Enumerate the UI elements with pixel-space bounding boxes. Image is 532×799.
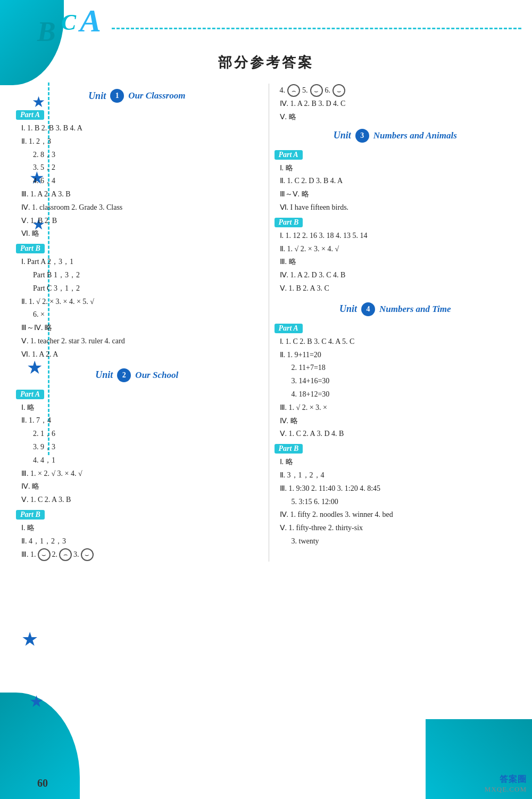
unit4-subtitle: Numbers and Time xyxy=(379,304,451,315)
u4pa-v: Ⅴ. 1. C 2. A 3. D 4. B xyxy=(280,427,517,440)
r-extra-v: Ⅴ. 略 xyxy=(280,111,517,123)
main-content: 部分参考答案 Unit 1 Our Classroom Part A Ⅰ. 1.… xyxy=(0,0,532,594)
u1pa-iii: Ⅲ. 1. A 2. A 3. B xyxy=(21,188,258,201)
page-number: 60 xyxy=(37,777,48,789)
two-column-layout: Unit 1 Our Classroom Part A Ⅰ. 1. B 2. B… xyxy=(16,84,516,562)
unit2-word: Unit xyxy=(95,369,113,381)
u2pb-iii: Ⅲ. 1. ⌣ 2. ⌢ 3. ⌣ xyxy=(21,548,258,561)
unit2-parta-label: Part A xyxy=(16,390,44,399)
u4pa-iv: Ⅳ. 略 xyxy=(280,415,517,427)
u3pa-iii-v: Ⅲ～Ⅴ. 略 xyxy=(280,188,517,201)
u4pa-ii: Ⅱ. 1. 9+11=20 xyxy=(280,349,517,361)
u1pa-ii-2: 2. 8，3 xyxy=(33,149,258,161)
star-icon-6: ★ xyxy=(29,692,44,711)
u1pb-i: Ⅰ. Part A 2，3，1 xyxy=(21,256,258,268)
u4pb-iii-2: 5. 3:15 6. 12:00 xyxy=(292,496,517,508)
r-extra-iv: Ⅳ. 1. A 2. B 3. D 4. C xyxy=(280,97,517,110)
u4pb-iv: Ⅳ. 1. fifty 2. noodles 3. winner 4. bed xyxy=(280,508,517,521)
u2pa-ii: Ⅱ. 1. 7，4 xyxy=(21,414,258,427)
watermark: 答案圈 MXQE.COM xyxy=(485,774,527,794)
unit1-partb-label: Part B xyxy=(16,244,45,253)
u2pa-iii: Ⅲ. 1. × 2. √ 3. × 4. √ xyxy=(21,467,258,480)
u2pa-i: Ⅰ. 略 xyxy=(21,401,258,414)
face-sad-r1: ⌢ xyxy=(287,84,300,97)
unit3-word: Unit xyxy=(334,130,351,141)
u4pb-v-2: 3. twenty xyxy=(292,535,517,548)
u2pb-ii: Ⅱ. 4，1，2，3 xyxy=(21,535,258,548)
unit4-word: Unit xyxy=(339,303,357,315)
right-column: 4. ⌢ 5. ⌣ 6. ⌣ Ⅳ. 1. A 2. B 3. D 4. C Ⅴ.… xyxy=(269,84,517,562)
left-column: Unit 1 Our Classroom Part A Ⅰ. 1. B 2. B… xyxy=(16,84,263,562)
u2pb-iii-label: Ⅲ. 1. xyxy=(21,548,36,561)
u4pb-ii: Ⅱ. 3，1，2，4 xyxy=(280,469,517,482)
u1pb-ii: Ⅱ. 1. √ 2. × 3. × 4. × 5. √ xyxy=(21,295,258,308)
u2pa-ii-4: 4. 4，1 xyxy=(33,454,258,467)
u3pb-v: Ⅴ. 1. B 2. A 3. C xyxy=(280,282,517,295)
u1pb-v: Ⅴ. 1. teacher 2. star 3. ruler 4. card xyxy=(21,335,258,348)
u2pa-ii-2: 2. 1，6 xyxy=(33,427,258,440)
unit3-subtitle: Numbers and Animals xyxy=(373,130,457,141)
unit2-partb-label: Part B xyxy=(16,510,45,520)
u3pb-iii: Ⅲ. 略 xyxy=(280,256,517,268)
u4pb-i: Ⅰ. 略 xyxy=(280,456,517,468)
u3pb-ii: Ⅱ. 1. √ 2. × 3. × 4. √ xyxy=(280,243,517,256)
unit4-num: 4 xyxy=(361,302,375,316)
unit4-title: Unit 4 Numbers and Time xyxy=(275,302,517,316)
u2pa-ii-3: 3. 9，3 xyxy=(33,441,258,454)
r-extra-4: 4. ⌢ 5. ⌣ 6. ⌣ xyxy=(280,84,517,97)
unit2-title: Unit 2 Our School xyxy=(16,368,258,382)
u4pa-ii-4: 4. 18+12=30 xyxy=(292,388,517,401)
u1pa-ii-3: 3. 5，2 xyxy=(33,161,258,174)
unit4-partb-label: Part B xyxy=(275,444,303,454)
face-happy-1: ⌣ xyxy=(38,548,51,561)
u4pa-i: Ⅰ. 1. C 2. B 3. C 4. A 5. C xyxy=(280,335,517,348)
u1pa-iv: Ⅳ. 1. classroom 2. Grade 3. Class xyxy=(21,201,258,214)
u4pa-ii-3: 3. 14+16=30 xyxy=(292,375,517,388)
u3pb-i: Ⅰ. 1. 12 2. 16 3. 18 4. 13 5. 14 xyxy=(280,229,517,242)
watermark-name: 答案圈 xyxy=(485,774,527,785)
u3pa-ii: Ⅱ. 1. C 2. D 3. B 4. A xyxy=(280,175,517,187)
u4pb-iii: Ⅲ. 1. 9:30 2. 11:40 3. 1:20 4. 8:45 xyxy=(280,482,517,495)
page-title: 部分参考答案 xyxy=(16,53,516,72)
unit2-num: 2 xyxy=(117,368,131,382)
u2pb-i: Ⅰ. 略 xyxy=(21,522,258,534)
unit3-partb-label: Part B xyxy=(275,218,303,227)
u3pa-i: Ⅰ. 略 xyxy=(280,162,517,175)
unit1-title: Unit 1 Our Classroom xyxy=(16,89,258,103)
unit1-subtitle: Our Classroom xyxy=(128,90,185,101)
unit3-num: 3 xyxy=(355,129,369,143)
u1pb-iii-iv: Ⅲ～Ⅳ. 略 xyxy=(21,322,258,334)
u4pa-iii: Ⅲ. 1. √ 2. × 3. × xyxy=(280,401,517,414)
u1pa-v: Ⅴ. 1. B 2. B xyxy=(21,215,258,227)
unit3-title: Unit 3 Numbers and Animals xyxy=(275,129,517,143)
face-happy-r2: ⌣ xyxy=(332,84,345,97)
u1pa-i: Ⅰ. 1. B 2. B 3. B 4. A xyxy=(21,122,258,135)
face-happy-r1: ⌣ xyxy=(310,84,323,97)
u1pa-vi: Ⅵ. 略 xyxy=(21,227,258,240)
u3pb-iv: Ⅳ. 1. A 2. D 3. C 4. B xyxy=(280,269,517,282)
watermark-url: MXQE.COM xyxy=(485,785,527,794)
u1pb-i-2: Part B 1，3，2 xyxy=(33,269,258,282)
face-happy-2: ⌣ xyxy=(81,548,94,561)
unit3-parta-label: Part A xyxy=(275,150,303,160)
u1pb-i-3: Part C 3，1，2 xyxy=(33,282,258,295)
unit1-word: Unit xyxy=(88,90,106,102)
u2pa-iv: Ⅳ. 略 xyxy=(21,480,258,493)
u1pb-ii-2: 6. × xyxy=(33,308,258,321)
u4pb-v: Ⅴ. 1. fifty-three 2. thirty-six xyxy=(280,522,517,534)
unit2-subtitle: Our School xyxy=(135,370,178,381)
u1pa-ii: Ⅱ. 1. 2，3 xyxy=(21,135,258,148)
u2pa-v: Ⅴ. 1. C 2. A 3. B xyxy=(21,493,258,506)
u3pa-vi: Ⅵ. I have fifteen birds. xyxy=(280,201,517,214)
unit1-parta-label: Part A xyxy=(16,110,44,120)
u1pa-ii-4: 4. 6，4 xyxy=(33,175,258,187)
unit4-parta-label: Part A xyxy=(275,324,303,333)
u1pb-vi: Ⅵ. 1. A 2. A xyxy=(21,348,258,361)
face-sad-1: ⌢ xyxy=(59,548,72,561)
unit1-num: 1 xyxy=(110,89,124,103)
star-icon-5: ★ xyxy=(21,628,38,650)
u4pa-ii-2: 2. 11+7=18 xyxy=(292,361,517,374)
